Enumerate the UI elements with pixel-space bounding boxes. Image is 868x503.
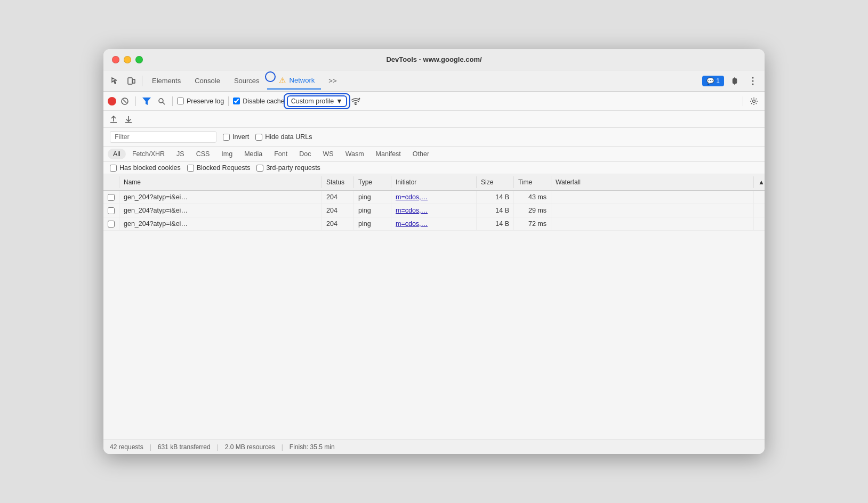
row-type: ping	[354, 217, 391, 230]
row-checkbox-cell[interactable]	[103, 204, 119, 217]
col-waterfall-header[interactable]: Waterfall	[551, 176, 754, 188]
tab-sources[interactable]: Sources	[228, 74, 266, 88]
invert-label[interactable]: Invert	[223, 133, 249, 141]
table-row[interactable]: gen_204?atyp=i&ei… 204 ping m=cdos,… 14 …	[103, 217, 765, 231]
row-checkbox-cell[interactable]	[103, 191, 119, 204]
status-requests: 42 requests	[110, 443, 143, 451]
disable-cache-checkbox[interactable]	[233, 98, 240, 104]
col-time-header[interactable]: Time	[514, 176, 551, 188]
filter-input[interactable]	[110, 131, 216, 143]
clear-button[interactable]	[118, 95, 131, 108]
titlebar: DevTools - www.google.com/	[103, 49, 765, 70]
row-initiator-link[interactable]: m=cdos,…	[396, 220, 428, 228]
extra-filter-1[interactable]: Blocked Requests	[187, 164, 251, 172]
devtools-window: DevTools - www.google.com/ Elements Cons…	[103, 49, 765, 454]
resource-tab-wasm[interactable]: Wasm	[340, 149, 369, 159]
extra-filter-0[interactable]: Has blocked cookies	[110, 164, 181, 172]
row-checkbox[interactable]	[108, 194, 115, 201]
resource-tab-img[interactable]: Img	[216, 149, 238, 159]
status-finish: Finish: 35.5 min	[290, 443, 335, 451]
disable-cache-label[interactable]: Disable cache	[233, 98, 285, 105]
device-toolbar-icon[interactable]	[124, 74, 139, 88]
toolbar-sep-3	[228, 96, 229, 106]
tab-network[interactable]: ⚠ Network	[267, 72, 322, 90]
status-sep-1: |	[150, 443, 151, 451]
download-icon[interactable]	[123, 113, 134, 125]
tab-network-wrapper: ⚠ Network	[267, 72, 322, 90]
traffic-lights	[112, 56, 143, 63]
col-sort-header[interactable]: ▲	[754, 176, 765, 188]
status-transferred: 631 kB transferred	[158, 443, 211, 451]
resource-tab-other[interactable]: Other	[407, 149, 435, 159]
settings-icon[interactable]	[727, 74, 742, 88]
svg-line-8	[163, 102, 165, 104]
row-time: 72 ms	[514, 217, 551, 230]
extra-filter-checkbox-1[interactable]	[187, 165, 194, 172]
svg-rect-0	[128, 78, 132, 84]
extra-filter-checkbox-2[interactable]	[256, 165, 263, 172]
extra-filter-checkbox-0[interactable]	[110, 165, 117, 172]
row-initiator: m=cdos,…	[391, 204, 477, 217]
invert-checkbox[interactable]	[223, 134, 230, 141]
tab-more[interactable]: >>	[322, 74, 343, 88]
search-icon[interactable]	[155, 95, 168, 108]
table-row[interactable]: gen_204?atyp=i&ei… 204 ping m=cdos,… 14 …	[103, 204, 765, 217]
row-waterfall	[551, 217, 754, 230]
record-button[interactable]	[108, 97, 116, 106]
svg-point-2	[752, 77, 754, 78]
resource-tab-fetch/xhr[interactable]: Fetch/XHR	[127, 149, 170, 159]
row-checkbox[interactable]	[108, 207, 115, 214]
status-sep-3: |	[282, 443, 283, 451]
extra-filter-row: Has blocked cookiesBlocked Requests3rd-p…	[103, 162, 765, 174]
extra-filter-2[interactable]: 3rd-party requests	[256, 164, 320, 172]
preserve-log-checkbox[interactable]	[177, 98, 184, 104]
row-checkbox[interactable]	[108, 221, 115, 228]
row-initiator-link[interactable]: m=cdos,…	[396, 193, 428, 201]
wifi-throttle-icon[interactable]	[349, 95, 362, 108]
resource-tab-js[interactable]: JS	[171, 149, 190, 159]
svg-point-9	[355, 104, 356, 105]
network-settings-icon[interactable]	[748, 95, 760, 108]
resource-tab-doc[interactable]: Doc	[294, 149, 316, 159]
svg-point-3	[752, 80, 754, 82]
network-toolbar-row2	[103, 111, 765, 128]
col-initiator-header[interactable]: Initiator	[391, 176, 477, 188]
col-checkbox-header	[103, 176, 119, 188]
row-waterfall	[551, 204, 754, 217]
preserve-log-label[interactable]: Preserve log	[177, 98, 224, 105]
hide-data-urls-checkbox[interactable]	[255, 134, 262, 141]
table-row[interactable]: gen_204?atyp=i&ei… 204 ping m=cdos,… 14 …	[103, 191, 765, 204]
table-body: gen_204?atyp=i&ei… 204 ping m=cdos,… 14 …	[103, 191, 765, 231]
issues-badge[interactable]: 💬 1	[702, 76, 724, 86]
row-initiator-link[interactable]: m=cdos,…	[396, 207, 428, 214]
svg-rect-1	[133, 79, 135, 83]
tab-console[interactable]: Console	[188, 74, 227, 88]
minimize-button[interactable]	[124, 56, 131, 63]
table-header: Name Status Type Initiator Size Time Wat…	[103, 174, 765, 191]
maximize-button[interactable]	[135, 56, 143, 63]
resource-tab-manifest[interactable]: Manifest	[371, 149, 406, 159]
status-resources: 2.0 MB resources	[225, 443, 275, 451]
resource-tab-css[interactable]: CSS	[191, 149, 215, 159]
col-size-header[interactable]: Size	[477, 176, 514, 188]
tab-elements[interactable]: Elements	[146, 74, 187, 88]
filter-icon[interactable]	[140, 95, 153, 108]
col-status-header[interactable]: Status	[322, 176, 354, 188]
upload-icon[interactable]	[108, 113, 119, 125]
row-checkbox-cell[interactable]	[103, 217, 119, 230]
inspect-element-icon[interactable]	[108, 74, 123, 88]
resource-tab-font[interactable]: Font	[269, 149, 293, 159]
resource-tab-all[interactable]: All	[108, 149, 126, 159]
hide-data-urls-label[interactable]: Hide data URLs	[255, 133, 312, 141]
col-name-header[interactable]: Name	[119, 176, 322, 188]
close-button[interactable]	[112, 56, 119, 63]
row-extra	[754, 204, 765, 217]
col-type-header[interactable]: Type	[354, 176, 391, 188]
more-options-icon[interactable]	[745, 74, 760, 88]
row-time: 29 ms	[514, 204, 551, 217]
resource-tab-media[interactable]: Media	[239, 149, 268, 159]
network-toolbar-row1: Preserve log Disable cache Custom profil…	[103, 92, 765, 111]
warning-triangle-icon: ⚠	[279, 76, 286, 85]
custom-profile-select[interactable]: Custom profile ▼	[287, 95, 347, 107]
resource-tab-ws[interactable]: WS	[317, 149, 339, 159]
